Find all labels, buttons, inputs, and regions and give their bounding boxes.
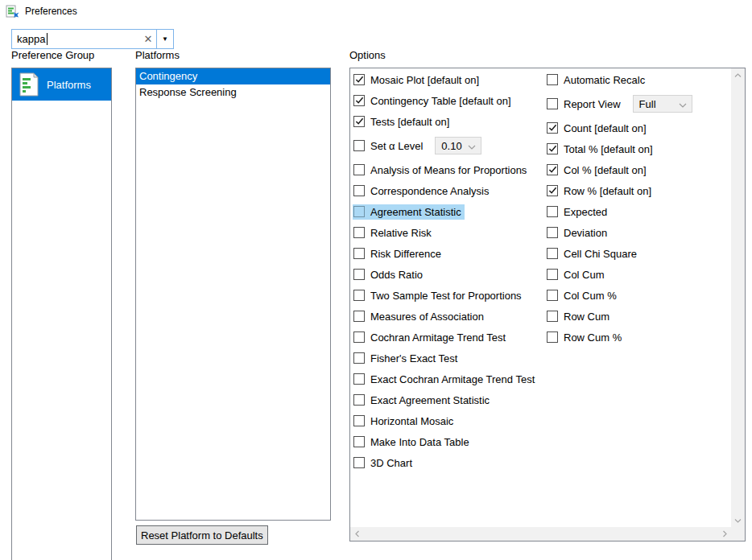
option-row[interactable]: Cell Chi Square (546, 243, 731, 264)
option-checkbox[interactable] (547, 74, 558, 85)
option-row[interactable]: Col % [default on] (546, 159, 731, 180)
option-row-inner: Col Cum (546, 267, 608, 282)
option-row[interactable]: Risk Difference (353, 243, 543, 264)
option-checkbox[interactable] (353, 269, 365, 280)
option-row[interactable]: Measures of Association (353, 306, 543, 327)
option-row[interactable]: Report ViewFull (546, 90, 731, 117)
option-row[interactable]: Odds Ratio (353, 264, 543, 285)
option-checkbox[interactable] (547, 185, 558, 196)
option-checkbox[interactable] (353, 206, 365, 217)
option-row[interactable]: Row Cum % (546, 327, 731, 348)
option-row[interactable]: Make Into Data Table (353, 431, 543, 452)
option-checkbox[interactable] (353, 290, 365, 301)
option-row[interactable]: Row % [default on] (546, 180, 731, 201)
option-row-inner: Agreement Statistic (353, 204, 465, 220)
option-checkbox[interactable] (547, 311, 558, 322)
option-row[interactable]: Analysis of Means for Proportions (353, 159, 543, 180)
option-row[interactable]: Exact Cochran Armitage Trend Test (353, 369, 543, 389)
vertical-scrollbar[interactable] (731, 68, 745, 527)
option-checkbox[interactable] (353, 227, 365, 238)
option-row[interactable]: Tests [default on] (353, 111, 543, 132)
option-row-inner: Automatic Recalc (546, 72, 648, 88)
title-bar: Preferences (0, 0, 752, 23)
option-checkbox[interactable] (547, 122, 558, 134)
option-checkbox[interactable] (353, 352, 365, 364)
platform-list-item[interactable]: Contingency (136, 68, 330, 84)
search-clear-icon[interactable]: ✕ (140, 30, 156, 48)
option-checkbox[interactable] (547, 98, 558, 109)
option-checkbox[interactable] (353, 436, 365, 447)
option-row-inner: Exact Agreement Statistic (353, 393, 493, 408)
option-checkbox[interactable] (547, 269, 558, 280)
option-row[interactable]: Count [default on] (546, 117, 731, 138)
preference-group-list: Platforms (11, 68, 112, 560)
option-row[interactable]: Expected (546, 201, 731, 222)
option-checkbox[interactable] (353, 248, 365, 259)
option-checkbox-label: Cochran Armitage Trend Test (370, 331, 506, 344)
option-checkbox-label: Count [default on] (564, 122, 647, 134)
option-row-inner: Horizontal Mosaic (353, 414, 457, 429)
option-checkbox[interactable] (547, 143, 558, 154)
option-checkbox-label: Relative Risk (370, 227, 432, 239)
option-checkbox[interactable] (547, 248, 558, 259)
option-row[interactable]: Deviation (546, 222, 731, 243)
option-checkbox[interactable] (547, 331, 558, 343)
search-dropdown-icon[interactable]: ▼ (156, 30, 173, 48)
option-row[interactable]: Set α Level0.10 (353, 132, 543, 159)
option-row[interactable]: Agreement Statistic (353, 201, 543, 222)
option-checkbox[interactable] (353, 311, 365, 322)
scroll-right-icon[interactable] (717, 527, 731, 541)
option-checkbox[interactable] (353, 331, 365, 343)
option-checkbox-label: Analysis of Means for Proportions (370, 164, 527, 176)
option-row[interactable]: Two Sample Test for Proportions (353, 285, 543, 306)
option-row[interactable]: Relative Risk (353, 222, 543, 243)
option-checkbox[interactable] (353, 394, 365, 406)
option-row-inner: Risk Difference (353, 246, 444, 261)
scroll-left-icon[interactable] (350, 527, 364, 541)
horizontal-scrollbar[interactable] (350, 527, 731, 541)
option-checkbox[interactable] (353, 74, 365, 85)
option-checkbox[interactable] (547, 290, 558, 301)
option-checkbox[interactable] (353, 140, 365, 151)
option-row[interactable]: Total % [default on] (546, 138, 731, 159)
scroll-down-icon[interactable] (731, 513, 745, 527)
option-combo-box[interactable]: Full (633, 95, 692, 113)
option-row[interactable]: Correspondence Analysis (353, 180, 543, 201)
option-row-inner: Report View (546, 97, 624, 112)
search-input[interactable] (12, 30, 140, 48)
option-row[interactable]: Contingency Table [default on] (353, 90, 543, 111)
option-checkbox[interactable] (353, 373, 365, 385)
option-checkbox[interactable] (353, 457, 365, 468)
option-row[interactable]: Col Cum (546, 264, 731, 285)
scrollbar-corner (731, 527, 745, 541)
option-row[interactable]: Cochran Armitage Trend Test (353, 327, 543, 348)
option-checkbox[interactable] (547, 227, 558, 238)
scroll-up-icon[interactable] (731, 68, 745, 82)
combo-selected-value: Full (639, 98, 656, 110)
option-row-inner: Two Sample Test for Proportions (353, 288, 525, 303)
option-row[interactable]: Col Cum % (546, 285, 731, 306)
option-row[interactable]: Fisher's Exact Test (353, 348, 543, 369)
option-row[interactable]: Mosaic Plot [default on] (353, 69, 543, 90)
option-checkbox[interactable] (353, 185, 365, 196)
option-checkbox[interactable] (353, 116, 365, 127)
option-checkbox-label: Col Cum % (564, 290, 617, 302)
option-checkbox[interactable] (547, 164, 558, 175)
option-checkbox[interactable] (547, 206, 558, 217)
option-row[interactable]: Exact Agreement Statistic (353, 389, 543, 410)
option-row-inner: Contingency Table [default on] (353, 93, 514, 109)
option-row[interactable]: Row Cum (546, 306, 731, 327)
option-checkbox[interactable] (353, 415, 365, 426)
option-checkbox[interactable] (353, 95, 365, 106)
option-row[interactable]: 3D Chart (353, 452, 543, 473)
option-row-inner: Analysis of Means for Proportions (353, 163, 530, 178)
option-row-inner: Col % [default on] (546, 163, 650, 178)
option-row-inner: Row % [default on] (546, 183, 655, 199)
option-row[interactable]: Horizontal Mosaic (353, 410, 543, 431)
platform-list-item[interactable]: Response Screening (136, 84, 330, 101)
option-checkbox[interactable] (353, 164, 365, 175)
reset-platform-button[interactable]: Reset Platform to Defaults (136, 525, 268, 545)
preference-group-item[interactable]: Platforms (12, 68, 111, 101)
option-row[interactable]: Automatic Recalc (546, 69, 731, 90)
option-combo-box[interactable]: 0.10 (435, 137, 481, 154)
